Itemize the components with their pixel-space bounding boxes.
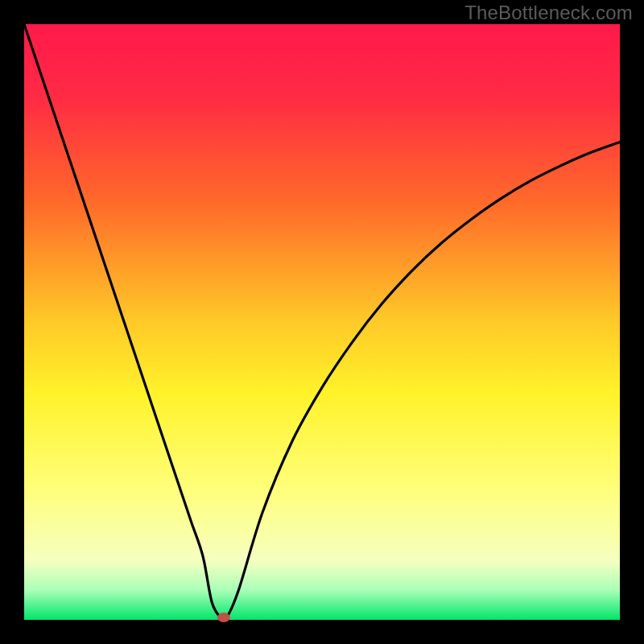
optimum-marker (217, 613, 230, 622)
plot-background (24, 24, 620, 620)
chart-frame: TheBottleneck.com (0, 0, 644, 644)
chart-svg (0, 0, 644, 644)
watermark-text: TheBottleneck.com (464, 2, 633, 24)
